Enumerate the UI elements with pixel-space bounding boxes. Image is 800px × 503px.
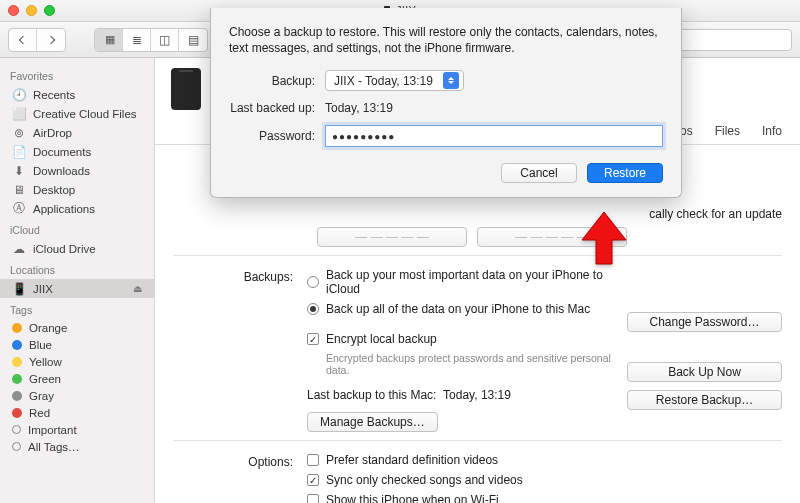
password-input[interactable]: ●●●●●●●●●	[325, 125, 663, 147]
dialog-description: Choose a backup to restore. This will re…	[229, 24, 663, 56]
dialog-lastbackup-label: Last backed up:	[229, 101, 325, 115]
popup-arrows-icon	[443, 72, 459, 89]
backup-select[interactable]: JIIX - Today, 13:19	[325, 70, 464, 91]
restore-dialog: Choose a backup to restore. This will re…	[210, 8, 682, 198]
password-value: ●●●●●●●●●	[332, 131, 395, 142]
dialog-lastbackup-value: Today, 13:19	[325, 101, 393, 115]
restore-button[interactable]: Restore	[587, 163, 663, 183]
cancel-button[interactable]: Cancel	[501, 163, 577, 183]
modal-overlay: Choose a backup to restore. This will re…	[0, 0, 800, 503]
backup-select-value: JIIX - Today, 13:19	[334, 74, 433, 88]
dialog-backup-label: Backup:	[229, 74, 325, 88]
annotation-arrow-icon	[580, 210, 628, 269]
dialog-password-label: Password:	[229, 129, 325, 143]
